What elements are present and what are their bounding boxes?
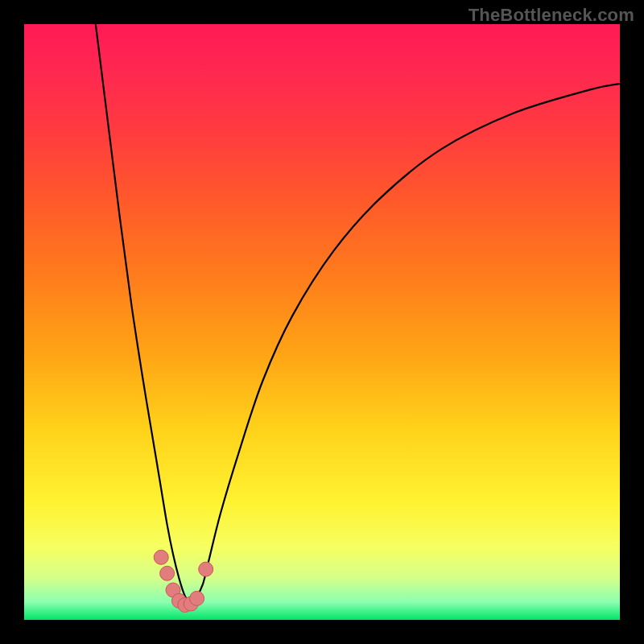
highlight-marker bbox=[190, 591, 204, 605]
outer-frame: TheBottleneck.com bbox=[0, 0, 644, 644]
highlight-marker bbox=[199, 562, 213, 576]
highlight-marker bbox=[154, 550, 168, 564]
watermark-text: TheBottleneck.com bbox=[469, 5, 634, 26]
bottleneck-chart bbox=[0, 0, 644, 644]
highlight-marker bbox=[160, 566, 175, 580]
plot-background bbox=[24, 24, 620, 620]
